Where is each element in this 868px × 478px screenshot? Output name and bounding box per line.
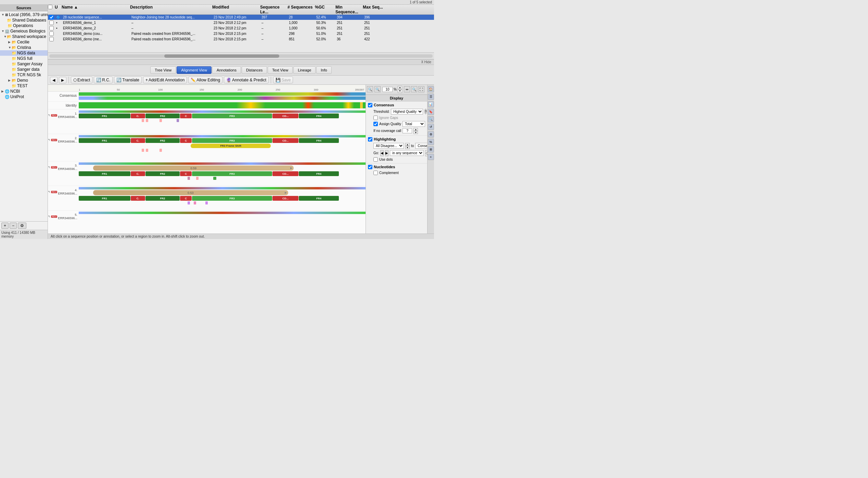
assign-quality-select[interactable]: Total [403, 121, 425, 127]
go-right-button[interactable]: ▶ [385, 150, 388, 156]
extract-button[interactable]: ⬡ Extract [71, 77, 92, 83]
table-scrollbar[interactable] [48, 52, 434, 59]
coverage-down-button[interactable]: ▼ [413, 131, 418, 134]
tab-alignment-view[interactable]: Alignment View [177, 66, 212, 74]
sidebar-item-operations[interactable]: 📁 Operations [0, 23, 48, 28]
add-annotation-button[interactable]: + Add/Edit Annotation [143, 77, 187, 83]
coverage-up-button[interactable]: ▲ [413, 128, 418, 131]
tab-distances[interactable]: Distances [242, 66, 267, 74]
highlighting-checkbox[interactable] [368, 137, 372, 142]
ruler-tick: 200 [238, 88, 242, 91]
right-side-panel: 🏠 ☰ 📊 🔖 🔍 ↺ ⚙ % ⊞ « [427, 85, 434, 234]
go-left-button[interactable]: ◀ [380, 150, 384, 156]
row-checkbox[interactable] [49, 15, 54, 19]
consensus-checkbox[interactable] [368, 103, 372, 107]
settings-icon[interactable]: ⊞ [428, 146, 434, 152]
ignore-gaps-checkbox[interactable] [373, 116, 378, 120]
sidebar-item-cecilie[interactable]: ▶ 📂 Cecilie [0, 39, 48, 45]
fullscreen-button[interactable]: ⛶ [418, 86, 424, 92]
row-gc: 51.0% [315, 31, 335, 36]
sidebar-item-ngs-data[interactable]: 📁 NGS data [0, 50, 48, 56]
tab-annotations[interactable]: Annotations [212, 66, 241, 74]
header-gc[interactable]: %GC [315, 5, 335, 14]
chart-icon[interactable]: 📊 [428, 101, 434, 107]
sidebar-item-test[interactable]: 📁 TEST [0, 83, 48, 89]
fit-button[interactable]: ⇔ [404, 86, 410, 92]
no-coverage-input[interactable] [403, 128, 412, 133]
sidebar-item-cristina[interactable]: ▼ 📂 Cristina [0, 45, 48, 50]
threshold-help-button[interactable]: ? [424, 109, 427, 114]
highlight-to-select[interactable]: Consensus [415, 143, 427, 149]
sidebar-item-sanger-assay[interactable]: 📁 Sanger Assay [0, 61, 48, 67]
home-icon[interactable]: 🏠 [428, 86, 434, 92]
sidebar-item-demo[interactable]: ▶ 📂 Demo [0, 78, 48, 83]
sidebar-item-geneious[interactable]: ▼ 🏢 Geneious Biologics [0, 28, 48, 34]
table-row[interactable]: • ERR346596_demo_1 – 23 Nov 2018 2:12 pm… [48, 20, 434, 26]
use-dots-checkbox[interactable] [373, 157, 378, 162]
forward-button[interactable]: ▶ [59, 77, 66, 83]
row-checkbox[interactable] [49, 21, 54, 25]
save-button[interactable]: 💾 Save [273, 77, 293, 83]
zoom-select-button[interactable]: 🔍 [411, 86, 417, 92]
select-all-checkbox[interactable] [48, 5, 52, 9]
threshold-select[interactable]: Highest Quality [391, 109, 423, 115]
collapse-icon[interactable]: « [428, 154, 434, 160]
list-icon[interactable]: ☰ [428, 94, 434, 100]
settings-source-button[interactable]: ⚙ [18, 223, 26, 229]
gear-icon[interactable]: ⚙ [428, 131, 434, 137]
in-sequence-select[interactable]: in any sequence [390, 150, 424, 156]
rc-button[interactable]: 🔄 R.C. [94, 77, 113, 83]
header-seqlen[interactable]: Sequence Le... [260, 5, 288, 14]
zoom-down-button[interactable]: ▼ [398, 89, 402, 93]
sidebar-item-tcr-ngs[interactable]: 📁 TCR NGS 5k [0, 72, 48, 78]
hide-panel-bar[interactable]: ⊼ Hide [48, 59, 434, 65]
back-button[interactable]: ◀ [50, 77, 58, 83]
sidebar-item-ncbi[interactable]: ▶ 🌐 NCBI [0, 89, 48, 94]
row-checkbox[interactable] [49, 31, 54, 36]
table-row[interactable]: ERR346596_demo (me... Paired reads creat… [48, 37, 434, 42]
sidebar-item-sanger-data[interactable]: 📁 Sanger data [0, 67, 48, 72]
tab-tree-view[interactable]: Tree View [150, 66, 176, 74]
add-source-button[interactable]: + [1, 223, 9, 229]
sidebar-item-local[interactable]: ▼ 🖥 Local (3956, 379 unread) [0, 12, 48, 17]
tab-info[interactable]: Info [316, 66, 331, 74]
highlight-from-select[interactable]: All Disagree... [373, 143, 404, 149]
row-checkbox[interactable] [49, 26, 54, 30]
header-nseq[interactable]: # Sequences [288, 5, 315, 14]
header-maxseq[interactable]: Max Seq... [363, 5, 390, 14]
row-checkbox[interactable] [49, 37, 54, 41]
zoom-in-button[interactable]: 🔍 [374, 86, 381, 92]
table-row[interactable]: 🔷 28 nucleotide sequence... Neighbor-Joi… [48, 15, 434, 20]
hl-from-up[interactable]: ▲ [405, 143, 410, 146]
table-row[interactable]: ERR346596_demo (cou... Paired reads crea… [48, 31, 434, 37]
header-modified[interactable]: Modified [212, 5, 260, 14]
sidebar-item-ngs-full[interactable]: 📁 NGS full [0, 56, 48, 61]
percent-icon[interactable]: % [428, 139, 434, 145]
remove-source-button[interactable]: − [10, 223, 17, 229]
annotate-button[interactable]: 🔮 Annotate & Predict [224, 77, 269, 83]
zoom-value-input[interactable] [382, 87, 393, 92]
complement-checkbox[interactable] [373, 171, 378, 175]
header-desc[interactable]: Description [130, 5, 212, 14]
sidebar-item-shared-ws[interactable]: ▼ 📂 Shared workspace [0, 34, 48, 39]
sidebar-item-shared-db[interactable]: 📁 Shared Databases [0, 17, 48, 23]
translate-button[interactable]: 🔄 Translate [114, 77, 142, 83]
tab-text-view[interactable]: Text View [268, 66, 293, 74]
header-u[interactable]: U [55, 5, 62, 14]
bookmark-icon[interactable]: 🔖 [428, 109, 434, 115]
allow-editing-button[interactable]: ✏️ Allow Editing [188, 77, 222, 83]
refresh-icon[interactable]: ↺ [428, 124, 434, 130]
tab-lineage[interactable]: Lineage [293, 66, 316, 74]
header-check[interactable] [48, 5, 55, 14]
table-row[interactable]: • ERR346596_demo_2 – 23 Nov 2018 2:12 pm… [48, 26, 434, 31]
hl-from-down[interactable]: ▼ [405, 146, 410, 149]
alignment-scroll[interactable]: Consensus Identity [48, 92, 366, 234]
header-minseq[interactable]: Min Sequence... [335, 5, 363, 14]
search-circular-icon[interactable]: 🔍 [428, 116, 434, 122]
zoom-up-button[interactable]: ▲ [398, 86, 402, 89]
assign-quality-checkbox[interactable] [373, 122, 378, 126]
header-name[interactable]: Name ▲ [62, 5, 130, 14]
nucleotides-checkbox[interactable] [368, 165, 372, 169]
sidebar-item-uniprot[interactable]: 🌐 UniProt [0, 94, 48, 99]
zoom-out-button[interactable]: 🔍 [367, 86, 373, 92]
